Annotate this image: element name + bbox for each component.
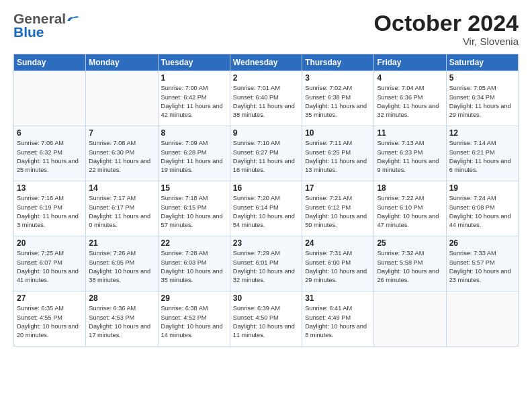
header-monday: Monday bbox=[86, 54, 158, 71]
location: Vir, Slovenia bbox=[374, 36, 519, 47]
day-number: 9 bbox=[233, 128, 299, 138]
logo-bird-icon bbox=[67, 15, 79, 23]
table-row: 31Sunrise: 6:41 AM Sunset: 4:49 PM Dayli… bbox=[302, 291, 374, 347]
day-number: 4 bbox=[377, 73, 443, 83]
day-number: 22 bbox=[161, 238, 227, 248]
table-row: 14Sunrise: 7:17 AM Sunset: 6:17 PM Dayli… bbox=[86, 181, 158, 236]
table-row: 30Sunrise: 6:39 AM Sunset: 4:50 PM Dayli… bbox=[230, 291, 302, 347]
day-number: 15 bbox=[161, 183, 227, 193]
day-number: 29 bbox=[161, 293, 227, 303]
header-friday: Friday bbox=[374, 54, 446, 71]
day-number: 20 bbox=[17, 238, 83, 248]
day-info: Sunrise: 7:08 AM Sunset: 6:30 PM Dayligh… bbox=[89, 139, 154, 175]
day-info: Sunrise: 7:01 AM Sunset: 6:40 PM Dayligh… bbox=[233, 84, 299, 120]
day-info: Sunrise: 7:28 AM Sunset: 6:03 PM Dayligh… bbox=[161, 249, 227, 285]
table-row: 5Sunrise: 7:05 AM Sunset: 6:34 PM Daylig… bbox=[446, 71, 518, 126]
day-info: Sunrise: 7:18 AM Sunset: 6:15 PM Dayligh… bbox=[161, 194, 227, 230]
day-info: Sunrise: 7:21 AM Sunset: 6:12 PM Dayligh… bbox=[305, 194, 371, 230]
day-number: 28 bbox=[89, 293, 154, 303]
table-row bbox=[374, 291, 446, 347]
day-number: 7 bbox=[89, 128, 154, 138]
day-number: 26 bbox=[449, 238, 515, 248]
table-row: 6Sunrise: 7:06 AM Sunset: 6:32 PM Daylig… bbox=[14, 126, 86, 181]
logo: General Blue bbox=[13, 11, 79, 40]
day-info: Sunrise: 7:04 AM Sunset: 6:36 PM Dayligh… bbox=[377, 84, 443, 120]
day-info: Sunrise: 7:25 AM Sunset: 6:07 PM Dayligh… bbox=[17, 249, 83, 285]
day-number: 14 bbox=[89, 183, 154, 193]
table-row: 28Sunrise: 6:36 AM Sunset: 4:53 PM Dayli… bbox=[86, 291, 158, 347]
header-saturday: Saturday bbox=[446, 54, 518, 71]
day-info: Sunrise: 7:14 AM Sunset: 6:21 PM Dayligh… bbox=[449, 139, 515, 175]
day-info: Sunrise: 7:22 AM Sunset: 6:10 PM Dayligh… bbox=[377, 194, 443, 230]
day-info: Sunrise: 7:05 AM Sunset: 6:34 PM Dayligh… bbox=[449, 84, 515, 120]
table-row: 27Sunrise: 6:35 AM Sunset: 4:55 PM Dayli… bbox=[14, 291, 86, 347]
table-row: 23Sunrise: 7:29 AM Sunset: 6:01 PM Dayli… bbox=[230, 236, 302, 291]
day-info: Sunrise: 7:32 AM Sunset: 5:58 PM Dayligh… bbox=[377, 249, 443, 285]
day-number: 21 bbox=[89, 238, 154, 248]
table-row: 9Sunrise: 7:10 AM Sunset: 6:27 PM Daylig… bbox=[230, 126, 302, 181]
day-number: 19 bbox=[449, 183, 515, 193]
day-number: 6 bbox=[17, 128, 83, 138]
day-info: Sunrise: 6:38 AM Sunset: 4:52 PM Dayligh… bbox=[161, 304, 227, 340]
day-info: Sunrise: 7:16 AM Sunset: 6:19 PM Dayligh… bbox=[17, 194, 83, 230]
logo-blue: Blue bbox=[13, 24, 44, 40]
day-number: 8 bbox=[161, 128, 227, 138]
calendar-header-row: Sunday Monday Tuesday Wednesday Thursday… bbox=[14, 54, 519, 71]
day-info: Sunrise: 7:00 AM Sunset: 6:42 PM Dayligh… bbox=[161, 84, 227, 120]
day-info: Sunrise: 7:17 AM Sunset: 6:17 PM Dayligh… bbox=[89, 194, 154, 230]
table-row bbox=[446, 291, 518, 347]
day-number: 5 bbox=[449, 73, 515, 83]
table-row: 25Sunrise: 7:32 AM Sunset: 5:58 PM Dayli… bbox=[374, 236, 446, 291]
day-number: 31 bbox=[305, 293, 371, 303]
day-number: 16 bbox=[233, 183, 299, 193]
table-row: 16Sunrise: 7:20 AM Sunset: 6:14 PM Dayli… bbox=[230, 181, 302, 236]
day-info: Sunrise: 7:29 AM Sunset: 6:01 PM Dayligh… bbox=[233, 249, 299, 285]
page-header: General Blue October 2024 Vir, Slovenia bbox=[13, 11, 519, 47]
day-info: Sunrise: 7:26 AM Sunset: 6:05 PM Dayligh… bbox=[89, 249, 154, 285]
table-row: 4Sunrise: 7:04 AM Sunset: 6:36 PM Daylig… bbox=[374, 71, 446, 126]
month-title: October 2024 bbox=[374, 11, 519, 36]
day-number: 3 bbox=[305, 73, 371, 83]
day-info: Sunrise: 6:39 AM Sunset: 4:50 PM Dayligh… bbox=[233, 304, 299, 340]
day-number: 10 bbox=[305, 128, 371, 138]
header-sunday: Sunday bbox=[14, 54, 86, 71]
day-number: 11 bbox=[377, 128, 443, 138]
table-row: 2Sunrise: 7:01 AM Sunset: 6:40 PM Daylig… bbox=[230, 71, 302, 126]
day-info: Sunrise: 6:41 AM Sunset: 4:49 PM Dayligh… bbox=[305, 304, 371, 340]
table-row bbox=[14, 71, 86, 126]
day-info: Sunrise: 7:06 AM Sunset: 6:32 PM Dayligh… bbox=[17, 139, 83, 175]
day-info: Sunrise: 6:35 AM Sunset: 4:55 PM Dayligh… bbox=[17, 304, 83, 340]
day-number: 13 bbox=[17, 183, 83, 193]
table-row: 1Sunrise: 7:00 AM Sunset: 6:42 PM Daylig… bbox=[158, 71, 230, 126]
header-wednesday: Wednesday bbox=[230, 54, 302, 71]
table-row: 13Sunrise: 7:16 AM Sunset: 6:19 PM Dayli… bbox=[14, 181, 86, 236]
day-number: 24 bbox=[305, 238, 371, 248]
title-area: October 2024 Vir, Slovenia bbox=[374, 11, 519, 47]
day-number: 2 bbox=[233, 73, 299, 83]
table-row: 22Sunrise: 7:28 AM Sunset: 6:03 PM Dayli… bbox=[158, 236, 230, 291]
table-row: 12Sunrise: 7:14 AM Sunset: 6:21 PM Dayli… bbox=[446, 126, 518, 181]
day-number: 25 bbox=[377, 238, 443, 248]
day-info: Sunrise: 7:31 AM Sunset: 6:00 PM Dayligh… bbox=[305, 249, 371, 285]
header-tuesday: Tuesday bbox=[158, 54, 230, 71]
table-row: 10Sunrise: 7:11 AM Sunset: 6:25 PM Dayli… bbox=[302, 126, 374, 181]
day-info: Sunrise: 7:02 AM Sunset: 6:38 PM Dayligh… bbox=[305, 84, 371, 120]
header-thursday: Thursday bbox=[302, 54, 374, 71]
table-row: 3Sunrise: 7:02 AM Sunset: 6:38 PM Daylig… bbox=[302, 71, 374, 126]
day-number: 12 bbox=[449, 128, 515, 138]
day-info: Sunrise: 7:20 AM Sunset: 6:14 PM Dayligh… bbox=[233, 194, 299, 230]
table-row: 15Sunrise: 7:18 AM Sunset: 6:15 PM Dayli… bbox=[158, 181, 230, 236]
table-row: 24Sunrise: 7:31 AM Sunset: 6:00 PM Dayli… bbox=[302, 236, 374, 291]
day-info: Sunrise: 7:13 AM Sunset: 6:23 PM Dayligh… bbox=[377, 139, 443, 175]
day-info: Sunrise: 7:11 AM Sunset: 6:25 PM Dayligh… bbox=[305, 139, 371, 175]
table-row: 18Sunrise: 7:22 AM Sunset: 6:10 PM Dayli… bbox=[374, 181, 446, 236]
day-number: 30 bbox=[233, 293, 299, 303]
day-number: 27 bbox=[17, 293, 83, 303]
day-number: 23 bbox=[233, 238, 299, 248]
day-info: Sunrise: 7:09 AM Sunset: 6:28 PM Dayligh… bbox=[161, 139, 227, 175]
day-info: Sunrise: 6:36 AM Sunset: 4:53 PM Dayligh… bbox=[89, 304, 154, 340]
day-number: 18 bbox=[377, 183, 443, 193]
table-row: 7Sunrise: 7:08 AM Sunset: 6:30 PM Daylig… bbox=[86, 126, 158, 181]
day-info: Sunrise: 7:10 AM Sunset: 6:27 PM Dayligh… bbox=[233, 139, 299, 175]
table-row: 19Sunrise: 7:24 AM Sunset: 6:08 PM Dayli… bbox=[446, 181, 518, 236]
